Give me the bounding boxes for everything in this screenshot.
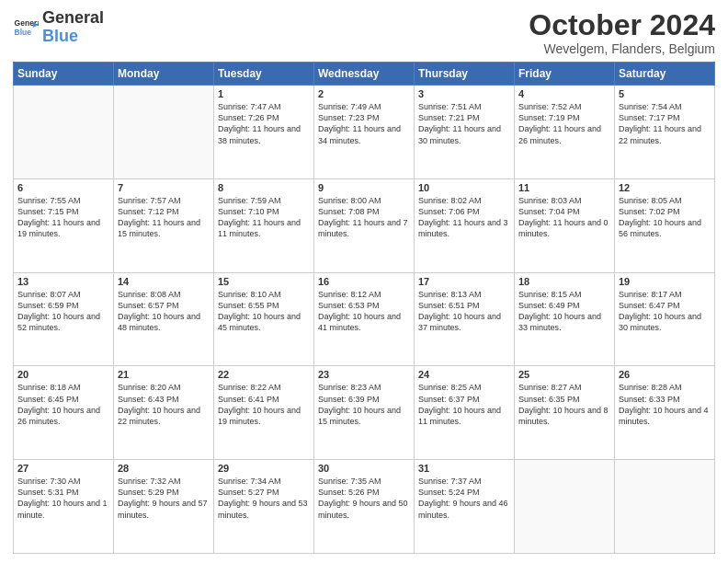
col-friday: Friday <box>515 63 615 86</box>
day-number: 12 <box>619 182 711 193</box>
calendar-cell: 16Sunrise: 8:12 AM Sunset: 6:53 PM Dayli… <box>314 272 415 366</box>
day-number: 26 <box>619 369 711 380</box>
day-number: 23 <box>318 369 410 380</box>
subtitle: Wevelgem, Flanders, Belgium <box>529 41 715 56</box>
page: General Blue GeneralBlue October 2024 We… <box>0 0 728 563</box>
calendar-cell: 2Sunrise: 7:49 AM Sunset: 7:23 PM Daylig… <box>314 86 415 179</box>
day-info: Sunrise: 7:57 AM Sunset: 7:12 PM Dayligh… <box>118 195 210 240</box>
day-info: Sunrise: 8:05 AM Sunset: 7:02 PM Dayligh… <box>619 195 711 240</box>
day-info: Sunrise: 7:55 AM Sunset: 7:15 PM Dayligh… <box>17 195 109 240</box>
day-info: Sunrise: 7:30 AM Sunset: 5:31 PM Dayligh… <box>17 476 109 521</box>
day-info: Sunrise: 7:54 AM Sunset: 7:17 PM Dayligh… <box>619 101 711 146</box>
day-info: Sunrise: 8:27 AM Sunset: 6:35 PM Dayligh… <box>518 382 610 427</box>
day-number: 28 <box>118 463 210 474</box>
day-number: 22 <box>218 369 310 380</box>
col-saturday: Saturday <box>615 63 715 86</box>
calendar-cell: 17Sunrise: 8:13 AM Sunset: 6:51 PM Dayli… <box>415 272 515 366</box>
calendar-cell: 29Sunrise: 7:34 AM Sunset: 5:27 PM Dayli… <box>214 460 314 554</box>
logo-icon: General Blue <box>13 15 39 40</box>
day-number: 20 <box>17 369 109 380</box>
calendar-cell: 11Sunrise: 8:03 AM Sunset: 7:04 PM Dayli… <box>515 178 615 272</box>
calendar-cell: 31Sunrise: 7:37 AM Sunset: 5:24 PM Dayli… <box>415 460 515 554</box>
calendar-body: 1Sunrise: 7:47 AM Sunset: 7:26 PM Daylig… <box>14 86 715 554</box>
day-number: 11 <box>518 182 610 193</box>
day-number: 2 <box>318 88 410 99</box>
day-number: 19 <box>619 276 711 287</box>
day-info: Sunrise: 7:49 AM Sunset: 7:23 PM Dayligh… <box>318 101 410 146</box>
calendar-cell: 23Sunrise: 8:23 AM Sunset: 6:39 PM Dayli… <box>314 366 415 460</box>
day-info: Sunrise: 8:03 AM Sunset: 7:04 PM Dayligh… <box>518 195 610 240</box>
calendar-cell: 30Sunrise: 7:35 AM Sunset: 5:26 PM Dayli… <box>314 460 415 554</box>
day-info: Sunrise: 8:23 AM Sunset: 6:39 PM Dayligh… <box>318 382 410 427</box>
day-number: 27 <box>17 463 109 474</box>
calendar-cell: 3Sunrise: 7:51 AM Sunset: 7:21 PM Daylig… <box>415 86 515 179</box>
day-number: 17 <box>418 276 510 287</box>
day-info: Sunrise: 8:08 AM Sunset: 6:57 PM Dayligh… <box>118 289 210 334</box>
day-number: 25 <box>518 369 610 380</box>
calendar-cell: 7Sunrise: 7:57 AM Sunset: 7:12 PM Daylig… <box>114 178 214 272</box>
day-info: Sunrise: 7:37 AM Sunset: 5:24 PM Dayligh… <box>418 476 510 521</box>
day-info: Sunrise: 8:07 AM Sunset: 6:59 PM Dayligh… <box>17 289 109 334</box>
calendar-week-2: 13Sunrise: 8:07 AM Sunset: 6:59 PM Dayli… <box>14 272 715 366</box>
calendar-week-3: 20Sunrise: 8:18 AM Sunset: 6:45 PM Dayli… <box>14 366 715 460</box>
day-info: Sunrise: 7:47 AM Sunset: 7:26 PM Dayligh… <box>218 101 310 146</box>
day-number: 9 <box>318 182 410 193</box>
day-info: Sunrise: 7:51 AM Sunset: 7:21 PM Dayligh… <box>418 101 510 146</box>
calendar-cell: 18Sunrise: 8:15 AM Sunset: 6:49 PM Dayli… <box>515 272 615 366</box>
day-info: Sunrise: 8:02 AM Sunset: 7:06 PM Dayligh… <box>418 195 510 240</box>
day-info: Sunrise: 8:22 AM Sunset: 6:41 PM Dayligh… <box>218 382 310 427</box>
day-number: 18 <box>518 276 610 287</box>
day-info: Sunrise: 8:12 AM Sunset: 6:53 PM Dayligh… <box>318 289 410 334</box>
calendar-cell <box>515 460 615 554</box>
col-thursday: Thursday <box>415 63 515 86</box>
calendar-cell: 25Sunrise: 8:27 AM Sunset: 6:35 PM Dayli… <box>515 366 615 460</box>
calendar-cell: 5Sunrise: 7:54 AM Sunset: 7:17 PM Daylig… <box>615 86 715 179</box>
calendar-header: Sunday Monday Tuesday Wednesday Thursday… <box>14 63 715 86</box>
calendar-cell: 13Sunrise: 8:07 AM Sunset: 6:59 PM Dayli… <box>14 272 114 366</box>
col-tuesday: Tuesday <box>214 63 314 86</box>
day-info: Sunrise: 8:25 AM Sunset: 6:37 PM Dayligh… <box>418 382 510 427</box>
day-info: Sunrise: 7:35 AM Sunset: 5:26 PM Dayligh… <box>318 476 410 521</box>
calendar-cell: 4Sunrise: 7:52 AM Sunset: 7:19 PM Daylig… <box>515 86 615 179</box>
calendar-table: Sunday Monday Tuesday Wednesday Thursday… <box>13 62 715 554</box>
day-info: Sunrise: 8:17 AM Sunset: 6:47 PM Dayligh… <box>619 289 711 334</box>
day-number: 21 <box>118 369 210 380</box>
day-number: 16 <box>318 276 410 287</box>
day-number: 15 <box>218 276 310 287</box>
day-number: 1 <box>218 88 310 99</box>
day-info: Sunrise: 8:15 AM Sunset: 6:49 PM Dayligh… <box>518 289 610 334</box>
calendar-cell: 24Sunrise: 8:25 AM Sunset: 6:37 PM Dayli… <box>415 366 515 460</box>
day-number: 29 <box>218 463 310 474</box>
header: General Blue GeneralBlue October 2024 We… <box>13 9 715 56</box>
calendar-cell: 21Sunrise: 8:20 AM Sunset: 6:43 PM Dayli… <box>114 366 214 460</box>
calendar-cell <box>615 460 715 554</box>
col-monday: Monday <box>114 63 214 86</box>
calendar-cell: 8Sunrise: 7:59 AM Sunset: 7:10 PM Daylig… <box>214 178 314 272</box>
calendar-cell: 14Sunrise: 8:08 AM Sunset: 6:57 PM Dayli… <box>114 272 214 366</box>
col-sunday: Sunday <box>14 63 114 86</box>
calendar-cell: 20Sunrise: 8:18 AM Sunset: 6:45 PM Dayli… <box>14 366 114 460</box>
day-info: Sunrise: 7:59 AM Sunset: 7:10 PM Dayligh… <box>218 195 310 240</box>
day-number: 8 <box>218 182 310 193</box>
calendar-cell: 15Sunrise: 8:10 AM Sunset: 6:55 PM Dayli… <box>214 272 314 366</box>
calendar-cell: 27Sunrise: 7:30 AM Sunset: 5:31 PM Dayli… <box>14 460 114 554</box>
day-number: 24 <box>418 369 510 380</box>
title-block: October 2024 Wevelgem, Flanders, Belgium <box>529 9 715 56</box>
day-number: 7 <box>118 182 210 193</box>
day-number: 3 <box>418 88 510 99</box>
day-number: 5 <box>619 88 711 99</box>
day-info: Sunrise: 7:52 AM Sunset: 7:19 PM Dayligh… <box>518 101 610 146</box>
calendar-cell: 22Sunrise: 8:22 AM Sunset: 6:41 PM Dayli… <box>214 366 314 460</box>
calendar-cell: 26Sunrise: 8:28 AM Sunset: 6:33 PM Dayli… <box>615 366 715 460</box>
col-wednesday: Wednesday <box>314 63 415 86</box>
calendar-cell <box>14 86 114 179</box>
day-number: 30 <box>318 463 410 474</box>
calendar-cell: 28Sunrise: 7:32 AM Sunset: 5:29 PM Dayli… <box>114 460 214 554</box>
calendar-cell <box>114 86 214 179</box>
calendar-cell: 1Sunrise: 7:47 AM Sunset: 7:26 PM Daylig… <box>214 86 314 179</box>
calendar-week-1: 6Sunrise: 7:55 AM Sunset: 7:15 PM Daylig… <box>14 178 715 272</box>
calendar-cell: 9Sunrise: 8:00 AM Sunset: 7:08 PM Daylig… <box>314 178 415 272</box>
calendar-cell: 10Sunrise: 8:02 AM Sunset: 7:06 PM Dayli… <box>415 178 515 272</box>
logo-text: GeneralBlue <box>42 9 104 46</box>
calendar-cell: 6Sunrise: 7:55 AM Sunset: 7:15 PM Daylig… <box>14 178 114 272</box>
